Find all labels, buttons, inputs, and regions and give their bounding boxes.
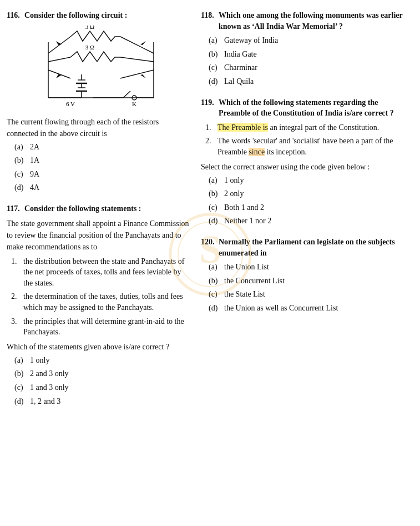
q118-header: 118. Which one among the following monum… — [201, 10, 410, 32]
q119-num: 119. — [201, 97, 216, 119]
option-120b-text: the Concurrent List — [224, 275, 285, 287]
option-118b-text: India Gate — [224, 49, 257, 60]
option-116c-text: 9A — [30, 169, 39, 180]
option-119a-text: 1 only — [224, 175, 244, 186]
svg-line-25 — [123, 91, 130, 98]
q117-item2: 2. the determination of the taxes, dutie… — [11, 291, 190, 313]
option-120c-label: (c) — [209, 289, 221, 300]
svg-line-10 — [48, 57, 70, 62]
question-119: 119. Which of the following statements r… — [201, 97, 410, 227]
option-120d: (d) the Union as well as Concurrent List — [209, 303, 410, 314]
option-118c: (c) Charminar — [209, 62, 410, 73]
option-116a-label: (a) — [14, 142, 27, 153]
option-117c: (c) 1 and 3 only — [14, 382, 190, 393]
q120-options: (a) the Union List (b) the Concurrent Li… — [209, 262, 410, 313]
option-119b-text: 2 only — [224, 188, 244, 199]
svg-marker-14 — [56, 74, 62, 78]
option-119b: (b) 2 only — [209, 188, 410, 199]
switch-label: K — [132, 101, 136, 107]
option-119c-text: Both 1 and 2 — [224, 202, 264, 213]
circuit-svg: 3 Ω 3 Ω — [37, 26, 165, 112]
option-117a-text: 1 only — [30, 355, 49, 366]
option-118d: (d) Lal Quila — [209, 76, 410, 87]
option-116a: (a) 2A — [14, 142, 190, 153]
option-120a: (a) the Union List — [209, 262, 410, 273]
option-120c: (c) the State List — [209, 289, 410, 300]
q120-num: 120. — [201, 237, 216, 258]
option-116d: (d) 4A — [14, 182, 190, 193]
q119-list: 1. The Preamble is an integral part of t… — [205, 122, 410, 158]
q117-item3-text: the principles that will determine grant… — [23, 316, 190, 338]
option-116a-text: 2A — [30, 142, 39, 153]
option-118b-label: (b) — [209, 49, 221, 60]
q117-options: (a) 1 only (b) 2 and 3 only (c) 1 and 3 … — [14, 355, 190, 407]
q119-text: Which of the following statements regard… — [219, 97, 410, 119]
option-116c: (c) 9A — [14, 169, 190, 180]
q119-item1-text: The Preamble is an integral part of the … — [217, 122, 379, 133]
q118-num: 118. — [201, 10, 216, 32]
option-116b: (b) 1A — [14, 155, 190, 166]
option-118c-text: Charminar — [224, 62, 257, 73]
option-119a: (a) 1 only — [209, 175, 410, 186]
option-120b: (b) the Concurrent List — [209, 275, 410, 287]
left-column: 116. Consider the following circuit : — [7, 10, 195, 417]
option-117a-label: (a) — [14, 355, 27, 366]
q117-item1-text: the distribution between the state and P… — [23, 256, 190, 289]
option-119b-label: (b) — [209, 188, 221, 199]
svg-marker-15 — [140, 74, 146, 78]
option-120a-label: (a) — [209, 262, 221, 273]
option-117c-text: 1 and 3 only — [30, 382, 69, 393]
svg-marker-13 — [140, 41, 146, 45]
option-119a-label: (a) — [209, 175, 221, 186]
svg-line-7 — [120, 37, 154, 53]
option-116c-label: (c) — [14, 169, 27, 180]
option-118b: (b) India Gate — [209, 49, 410, 60]
option-118a-label: (a) — [209, 35, 221, 46]
q119-header: 119. Which of the following statements r… — [201, 97, 410, 119]
q116-num: 116. — [7, 10, 22, 21]
option-117a: (a) 1 only — [14, 355, 190, 366]
q117-list: 1. the distribution between the state an… — [11, 256, 190, 338]
q117-num: 117. — [7, 203, 22, 214]
circuit-diagram: 3 Ω 3 Ω — [12, 26, 190, 112]
svg-line-6 — [48, 37, 70, 53]
q116-options: (a) 2A (b) 1A (c) 9A (d) 4A — [14, 142, 190, 193]
q117-item3-num: 3. — [11, 316, 20, 338]
question-120: 120. Normally the Parliament can legisla… — [201, 237, 410, 314]
q120-text: Normally the Parliament can legislate on… — [219, 237, 410, 258]
resistor1-label: 3 Ω — [85, 26, 94, 30]
option-117d-label: (d) — [14, 396, 27, 407]
svg-marker-12 — [56, 41, 62, 45]
q117-sub: Which of the statements given above is/a… — [7, 341, 190, 353]
option-120a-text: the Union List — [224, 262, 269, 273]
svg-line-11 — [120, 57, 154, 62]
q119-item2-text: The words 'secular' and 'socialist' have… — [217, 136, 410, 157]
q120-header: 120. Normally the Parliament can legisla… — [201, 237, 410, 258]
q116-text: Consider the following circuit : — [24, 10, 127, 21]
option-120d-text: the Union as well as Concurrent List — [224, 303, 338, 314]
option-117d: (d) 1, 2 and 3 — [14, 396, 190, 407]
option-116b-label: (b) — [14, 155, 27, 166]
option-116d-label: (d) — [14, 182, 27, 193]
option-116b-text: 1A — [30, 155, 39, 166]
option-117b-text: 2 and 3 only — [30, 368, 69, 379]
option-117d-text: 1, 2 and 3 — [30, 396, 60, 407]
q117-item2-text: the determination of the taxes, duties, … — [23, 291, 190, 313]
q117-header: 117. Consider the following statements : — [7, 203, 190, 214]
option-119d: (d) Neither 1 nor 2 — [209, 216, 410, 227]
option-116d-text: 4A — [30, 182, 39, 193]
q117-text: Consider the following statements : — [24, 203, 141, 214]
question-117: 117. Consider the following statements :… — [7, 203, 190, 407]
option-117b: (b) 2 and 3 only — [14, 368, 190, 379]
svg-line-9 — [120, 70, 154, 78]
q117-item2-num: 2. — [11, 291, 20, 313]
option-120c-text: the State List — [224, 289, 265, 300]
option-118a-text: Gateway of India — [224, 35, 278, 46]
option-119c: (c) Both 1 and 2 — [209, 202, 410, 213]
page: 116. Consider the following circuit : — [7, 10, 410, 417]
option-118d-label: (d) — [209, 76, 221, 87]
q117-body: The state government shall appoint a Fin… — [7, 218, 190, 253]
option-117c-label: (c) — [14, 382, 27, 393]
question-118: 118. Which one among the following monum… — [201, 10, 410, 87]
voltage-label: 6 V — [66, 101, 75, 107]
